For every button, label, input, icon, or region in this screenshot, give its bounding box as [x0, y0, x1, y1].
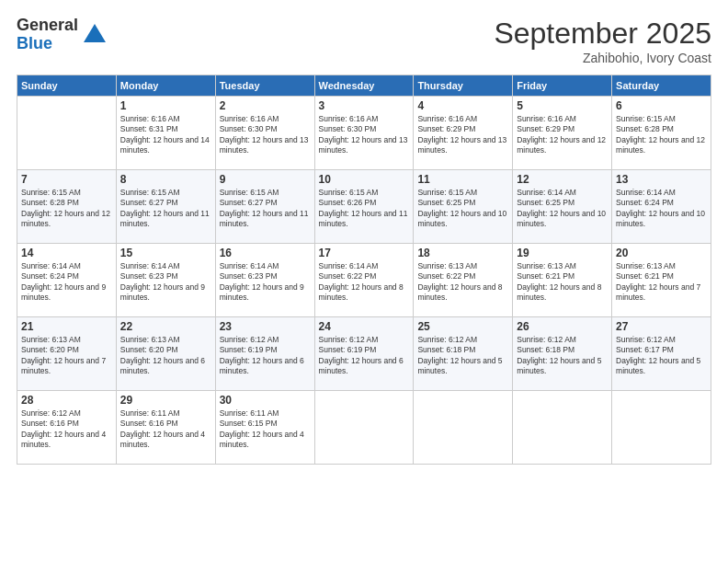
day-number: 30	[220, 394, 311, 407]
page: General Blue September 2025 Zahibohio, I…	[0, 0, 728, 563]
day-info: Sunrise: 6:16 AM Sunset: 6:30 PM Dayligh…	[319, 114, 410, 156]
table-row: 9Sunrise: 6:15 AM Sunset: 6:27 PM Daylig…	[215, 170, 314, 244]
table-row: 23Sunrise: 6:12 AM Sunset: 6:19 PM Dayli…	[215, 317, 314, 391]
calendar-header-row: Sunday Monday Tuesday Wednesday Thursday…	[17, 75, 711, 97]
logo-icon	[82, 22, 108, 48]
table-row: 28Sunrise: 6:12 AM Sunset: 6:16 PM Dayli…	[17, 391, 117, 465]
day-number: 27	[616, 320, 707, 333]
day-info: Sunrise: 6:15 AM Sunset: 6:25 PM Dayligh…	[417, 188, 508, 230]
day-info: Sunrise: 6:13 AM Sunset: 6:22 PM Dayligh…	[417, 261, 508, 304]
day-number: 4	[417, 99, 508, 112]
day-info: Sunrise: 6:14 AM Sunset: 6:23 PM Dayligh…	[220, 261, 311, 304]
day-number: 6	[616, 99, 707, 112]
day-info: Sunrise: 6:14 AM Sunset: 6:23 PM Dayligh…	[120, 261, 211, 304]
day-number: 12	[517, 173, 608, 186]
day-number: 1	[120, 99, 211, 112]
day-info: Sunrise: 6:15 AM Sunset: 6:28 PM Dayligh…	[616, 114, 707, 156]
header: General Blue September 2025 Zahibohio, I…	[17, 17, 711, 65]
day-info: Sunrise: 6:15 AM Sunset: 6:28 PM Dayligh…	[21, 188, 112, 230]
day-number: 15	[120, 247, 211, 259]
table-row: 25Sunrise: 6:12 AM Sunset: 6:18 PM Dayli…	[414, 317, 513, 391]
day-info: Sunrise: 6:14 AM Sunset: 6:24 PM Dayligh…	[21, 261, 112, 304]
day-number: 19	[517, 247, 608, 259]
logo-blue: Blue	[17, 35, 78, 53]
day-number: 7	[21, 173, 112, 186]
day-number: 17	[319, 247, 410, 259]
day-info: Sunrise: 6:14 AM Sunset: 6:25 PM Dayligh…	[517, 188, 608, 230]
col-saturday: Saturday	[612, 75, 711, 97]
table-row: 1Sunrise: 6:16 AM Sunset: 6:31 PM Daylig…	[116, 97, 215, 170]
table-row: 15Sunrise: 6:14 AM Sunset: 6:23 PM Dayli…	[116, 244, 215, 317]
location: Zahibohio, Ivory Coast	[494, 51, 711, 65]
table-row: 3Sunrise: 6:16 AM Sunset: 6:30 PM Daylig…	[314, 97, 414, 170]
table-row: 27Sunrise: 6:12 AM Sunset: 6:17 PM Dayli…	[612, 317, 711, 391]
table-row: 11Sunrise: 6:15 AM Sunset: 6:25 PM Dayli…	[414, 170, 513, 244]
table-row: 20Sunrise: 6:13 AM Sunset: 6:21 PM Dayli…	[612, 244, 711, 317]
day-number: 18	[417, 247, 508, 259]
day-info: Sunrise: 6:12 AM Sunset: 6:16 PM Dayligh…	[21, 408, 112, 451]
svg-rect-1	[91, 35, 98, 42]
table-row: 12Sunrise: 6:14 AM Sunset: 6:25 PM Dayli…	[513, 170, 612, 244]
day-number: 9	[220, 173, 311, 186]
col-sunday: Sunday	[17, 75, 117, 97]
day-info: Sunrise: 6:14 AM Sunset: 6:24 PM Dayligh…	[616, 188, 707, 230]
col-tuesday: Tuesday	[215, 75, 314, 97]
day-info: Sunrise: 6:13 AM Sunset: 6:21 PM Dayligh…	[517, 261, 608, 304]
day-info: Sunrise: 6:11 AM Sunset: 6:16 PM Dayligh…	[120, 408, 211, 451]
table-row	[612, 391, 711, 465]
day-info: Sunrise: 6:16 AM Sunset: 6:30 PM Dayligh…	[220, 114, 311, 156]
day-number: 21	[21, 320, 112, 333]
day-info: Sunrise: 6:14 AM Sunset: 6:22 PM Dayligh…	[319, 261, 410, 304]
table-row: 26Sunrise: 6:12 AM Sunset: 6:18 PM Dayli…	[513, 317, 612, 391]
day-info: Sunrise: 6:15 AM Sunset: 6:26 PM Dayligh…	[319, 188, 410, 230]
table-row: 21Sunrise: 6:13 AM Sunset: 6:20 PM Dayli…	[17, 317, 117, 391]
table-row: 13Sunrise: 6:14 AM Sunset: 6:24 PM Dayli…	[612, 170, 711, 244]
table-row: 10Sunrise: 6:15 AM Sunset: 6:26 PM Dayli…	[314, 170, 414, 244]
month-title: September 2025	[494, 17, 711, 51]
day-info: Sunrise: 6:15 AM Sunset: 6:27 PM Dayligh…	[220, 188, 311, 230]
table-row: 16Sunrise: 6:14 AM Sunset: 6:23 PM Dayli…	[215, 244, 314, 317]
table-row	[513, 391, 612, 465]
day-number: 20	[616, 247, 707, 259]
day-info: Sunrise: 6:12 AM Sunset: 6:19 PM Dayligh…	[319, 335, 410, 377]
day-number: 24	[319, 320, 410, 333]
day-info: Sunrise: 6:16 AM Sunset: 6:29 PM Dayligh…	[417, 114, 508, 156]
table-row: 4Sunrise: 6:16 AM Sunset: 6:29 PM Daylig…	[414, 97, 513, 170]
day-number: 3	[319, 99, 410, 112]
day-number: 11	[417, 173, 508, 186]
day-info: Sunrise: 6:15 AM Sunset: 6:27 PM Dayligh…	[120, 188, 211, 230]
table-row: 14Sunrise: 6:14 AM Sunset: 6:24 PM Dayli…	[17, 244, 117, 317]
day-number: 10	[319, 173, 410, 186]
col-thursday: Thursday	[414, 75, 513, 97]
col-monday: Monday	[116, 75, 215, 97]
table-row: 7Sunrise: 6:15 AM Sunset: 6:28 PM Daylig…	[17, 170, 117, 244]
day-info: Sunrise: 6:13 AM Sunset: 6:20 PM Dayligh…	[21, 335, 112, 377]
day-info: Sunrise: 6:13 AM Sunset: 6:20 PM Dayligh…	[120, 335, 211, 377]
day-info: Sunrise: 6:11 AM Sunset: 6:15 PM Dayligh…	[220, 408, 311, 451]
day-info: Sunrise: 6:16 AM Sunset: 6:29 PM Dayligh…	[517, 114, 608, 156]
day-info: Sunrise: 6:13 AM Sunset: 6:21 PM Dayligh…	[616, 261, 707, 304]
logo-general: General	[17, 17, 78, 35]
table-row: 30Sunrise: 6:11 AM Sunset: 6:15 PM Dayli…	[215, 391, 314, 465]
day-number: 2	[220, 99, 311, 112]
day-number: 29	[120, 394, 211, 407]
logo-text: General Blue	[17, 17, 78, 53]
table-row: 6Sunrise: 6:15 AM Sunset: 6:28 PM Daylig…	[612, 97, 711, 170]
day-info: Sunrise: 6:12 AM Sunset: 6:17 PM Dayligh…	[616, 335, 707, 377]
day-info: Sunrise: 6:12 AM Sunset: 6:18 PM Dayligh…	[517, 335, 608, 377]
day-number: 8	[120, 173, 211, 186]
day-number: 23	[220, 320, 311, 333]
calendar: Sunday Monday Tuesday Wednesday Thursday…	[17, 75, 711, 465]
day-number: 16	[220, 247, 311, 259]
table-row: 2Sunrise: 6:16 AM Sunset: 6:30 PM Daylig…	[215, 97, 314, 170]
table-row: 17Sunrise: 6:14 AM Sunset: 6:22 PM Dayli…	[314, 244, 414, 317]
day-info: Sunrise: 6:12 AM Sunset: 6:18 PM Dayligh…	[417, 335, 508, 377]
table-row: 29Sunrise: 6:11 AM Sunset: 6:16 PM Dayli…	[116, 391, 215, 465]
table-row: 5Sunrise: 6:16 AM Sunset: 6:29 PM Daylig…	[513, 97, 612, 170]
day-number: 25	[417, 320, 508, 333]
table-row	[314, 391, 414, 465]
day-number: 26	[517, 320, 608, 333]
table-row: 22Sunrise: 6:13 AM Sunset: 6:20 PM Dayli…	[116, 317, 215, 391]
day-number: 22	[120, 320, 211, 333]
col-friday: Friday	[513, 75, 612, 97]
